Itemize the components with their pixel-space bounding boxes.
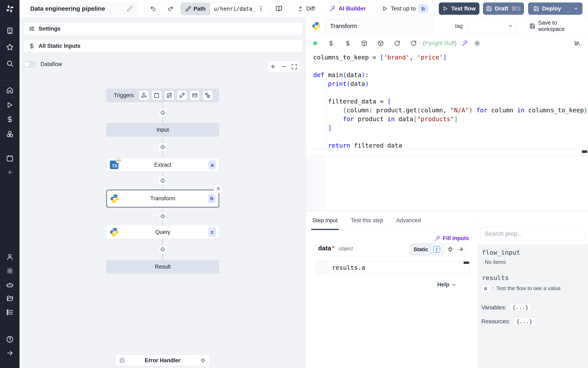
ai-wand-icon[interactable] [462,40,468,46]
dollar-icon [29,43,35,49]
dataflow-toggle[interactable] [24,61,36,68]
variables-icon[interactable] [345,40,351,46]
static-inputs-icon[interactable] [328,40,334,46]
expression-scroll-marker [464,262,469,264]
input-node[interactable]: Input [106,123,219,137]
node-extract[interactable]: TS Extract a [106,158,219,172]
route-trigger-icon[interactable] [165,91,174,100]
search-prop-input[interactable] [480,227,585,241]
all-static-inputs-bar[interactable]: All Static Inputs [24,39,303,53]
docs-book-button[interactable] [271,2,287,15]
editor-scrollbar-thumb[interactable] [582,150,587,153]
test-flow-button[interactable]: Test flow [439,2,479,15]
resources-chip[interactable]: {...} [514,318,535,325]
library-icon[interactable] [574,40,581,46]
add-step-button[interactable] [159,245,167,253]
variables-chip[interactable]: {...} [510,304,531,312]
undo-button[interactable] [144,3,162,15]
webhook-trigger-icon[interactable] [139,91,149,100]
triggers-node[interactable]: Triggers [106,89,219,102]
arrow-right-icon[interactable] [455,246,466,252]
app-sidebar [0,0,19,368]
ai-robot-icon[interactable] [6,281,14,288]
flow-divider [19,56,306,56]
reload-icon[interactable] [410,40,417,46]
package-icon[interactable] [361,40,367,46]
settings-gear-icon[interactable] [6,267,14,275]
more-kebab-icon[interactable] [257,3,265,14]
zoom-in-icon[interactable] [268,61,278,72]
zoom-out-icon[interactable] [278,61,289,72]
flow-title-box[interactable]: Data engineering pipeline [26,2,138,15]
collapse-arrow-icon[interactable] [6,350,13,357]
edit-title-pencil-icon[interactable] [127,6,133,12]
arg-name: data [318,245,331,252]
chevron-down-icon [451,282,457,287]
step-name-input[interactable] [325,19,433,33]
home-icon[interactable] [6,86,14,94]
tab-advanced[interactable]: Advanced [396,211,421,230]
result-key-chip[interactable]: a [481,284,490,292]
help-dropdown[interactable]: Help [437,282,457,288]
draft-button[interactable]: Draft ⌘S [483,2,524,15]
tab-step-input[interactable]: Step Input [312,211,338,230]
email-trigger-icon[interactable] [190,91,199,100]
deploy-dropdown-chevron-icon[interactable] [569,3,582,15]
add-step-button[interactable] [159,212,167,221]
error-handler-node[interactable]: Error Handler [115,355,209,366]
tab-test-this-step[interactable]: Test this step [351,211,383,230]
node-id-badge: c [208,228,216,237]
runs-play-icon[interactable] [6,101,14,109]
editor-settings-gear-icon[interactable] [474,40,480,46]
fill-inputs-button[interactable]: Fill inputs [435,235,469,241]
add-step-button[interactable] [159,143,167,151]
save-to-workspace-button[interactable]: Save to workspace [530,20,582,32]
path-edit-button[interactable]: Path [181,3,210,15]
diff-button[interactable]: Diff [293,2,319,15]
node-transform-selected[interactable]: Transform b [106,190,219,207]
windmill-logo-icon[interactable] [5,4,15,14]
results-heading[interactable]: results [482,274,509,282]
variables-dollar-icon[interactable] [6,116,14,123]
expression-editor[interactable]: results.a [316,261,470,274]
result-node[interactable]: Result [106,260,219,274]
delete-node-x-icon[interactable] [214,184,223,193]
fit-view-icon[interactable] [289,61,300,72]
user-icon[interactable] [6,253,14,261]
add-step-button[interactable] [159,109,167,117]
add-error-handler-icon[interactable] [199,356,207,365]
redo-button[interactable] [162,3,179,15]
expression-mode-button[interactable]: f [431,244,442,255]
node-query[interactable]: Query c [106,225,219,239]
test-up-to-button[interactable]: Test up to b [374,2,436,15]
code-editor[interactable]: columns_to_keep = ['brand', 'price'] def… [306,52,588,149]
list-icon[interactable] [6,309,14,316]
search-icon[interactable] [6,60,14,67]
path-value[interactable]: u/henri/data_ [210,3,259,15]
websocket-trigger-icon[interactable] [177,91,187,100]
folders-icon[interactable] [6,295,14,302]
package-icon[interactable] [378,40,384,46]
add-step-button[interactable] [159,176,167,185]
resources-label: Resources: [481,318,511,325]
plug-icon[interactable] [445,246,455,252]
resources-cubes-icon[interactable] [6,130,14,138]
favorites-star-icon[interactable] [6,44,14,51]
flow-canvas-panel: Settings All Static Inputs Dataflow Trig… [19,18,306,368]
node-id-badge: b [208,194,216,203]
poll-trigger-icon[interactable] [203,91,212,100]
props-list: flow_input No items results a : Test the… [478,244,588,368]
schedules-calendar-icon[interactable] [6,155,14,162]
deploy-button[interactable]: Deploy [528,3,566,15]
help-icon[interactable] [6,336,14,343]
step-tabs: Step Input Test this step Advanced [306,211,478,230]
flow-settings-bar[interactable]: Settings [24,22,303,35]
add-plus-icon[interactable] [6,169,13,176]
schedule-trigger-icon[interactable] [152,91,161,100]
reload-icon[interactable] [394,40,400,46]
tag-dropdown[interactable] [467,20,517,32]
props-panel: flow_input No items results a : Test the… [478,211,588,368]
ai-builder-button[interactable]: AI Builder [325,2,370,15]
workspace-icon[interactable] [6,27,14,35]
flow-input-heading[interactable]: flow_input [482,249,520,256]
